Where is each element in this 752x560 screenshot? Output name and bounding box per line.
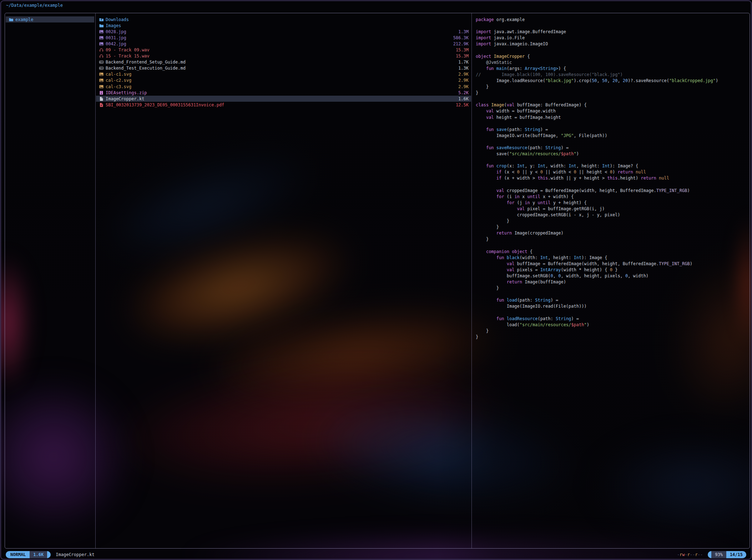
code-line: }: [476, 334, 747, 340]
file-row[interactable]: Backend_Frontend_Setup_Guide.md1.7K: [96, 59, 471, 65]
code-line: croppedImage.setRGB(i - x, j - y, pixel): [476, 212, 747, 218]
code-line: [476, 310, 747, 316]
file-row[interactable]: IDEAsettings.zip5.2K: [96, 90, 471, 96]
file-row[interactable]: SBI_0032013739_2023_DE05_0003155631Invoi…: [96, 102, 471, 108]
file-name: example: [15, 17, 34, 22]
image-icon: [99, 78, 104, 82]
file-row[interactable]: 0028.jpg1.3M: [96, 29, 471, 35]
file-row[interactable]: 15 - Track 15.wav15.3M: [96, 53, 471, 59]
code-line: class Image(val buffImage: BufferedImage…: [476, 102, 747, 108]
file-name: Backend_Frontend_Setup_Guide.md: [106, 60, 186, 65]
code-line: [476, 182, 747, 188]
file-row[interactable]: ImageCropper.kt1.6K: [96, 96, 471, 102]
code-line: Image(ImageIO.read(File(path))): [476, 303, 747, 309]
code-line: val pixels = IntArray(width * height) { …: [476, 267, 747, 273]
code-line: val buffImage = BufferedImage(width, hei…: [476, 261, 747, 267]
audio-icon: [99, 54, 104, 58]
code-line: for (j in y until y + height) {: [476, 200, 747, 206]
code-line: object ImageCropper {: [476, 54, 747, 60]
image-icon: [99, 36, 104, 40]
code-line: load("src/main/resources/$path"): [476, 322, 747, 328]
code-line: return Image(croppedImage): [476, 230, 747, 236]
code-line: fun loadResource(path: String) =: [476, 316, 747, 322]
file-row[interactable]: Images: [96, 22, 471, 29]
folder-download-icon: [99, 17, 104, 22]
code-line: [476, 139, 747, 145]
file-name: 0031.jpg: [106, 35, 126, 40]
file-row[interactable]: 0031.jpg586.3K: [96, 35, 471, 41]
image-icon: [99, 42, 104, 46]
file-row[interactable]: cal-c2.svg2.9K: [96, 77, 471, 84]
file-name: Downloads: [106, 17, 129, 22]
code-preview-pane[interactable]: package org.example import java.awt.imag…: [476, 17, 747, 340]
file-row[interactable]: 0042.jpg212.9K: [96, 41, 471, 47]
code-line: [476, 96, 747, 102]
file-name: IDEAsettings.zip: [106, 90, 147, 95]
status-filename: ImageCropper.kt: [56, 552, 94, 557]
code-line: val pixel = buffImage.getRGB(i, j): [476, 206, 747, 212]
file-row[interactable]: example: [6, 16, 94, 22]
code-line: val height = buffImage.height: [476, 115, 747, 121]
archive-icon: [99, 91, 104, 95]
code-line: [476, 47, 747, 53]
file-size: 1.7K: [458, 60, 469, 65]
file-size: 2.9K: [458, 84, 469, 89]
pane-separator-right: [471, 13, 472, 548]
code-line: [476, 242, 747, 248]
code-line: }: [476, 84, 747, 90]
file-name: Backend_Test_Execution_Guide.md: [106, 66, 186, 71]
file-row[interactable]: Backend_Test_Execution_Guide.md1.3K: [96, 65, 471, 71]
code-line: if (x + width > this.width || y + height…: [476, 175, 747, 181]
file-row[interactable]: cal-c1.svg2.9K: [96, 71, 471, 77]
image-icon: [99, 30, 104, 34]
code-line: }: [476, 328, 747, 334]
file-size: 15.3M: [456, 47, 469, 52]
code-line: fun load(path: String) =: [476, 297, 747, 303]
code-line: }: [476, 90, 747, 96]
file-size-badge: 1.6K: [30, 551, 47, 558]
code-line: }: [476, 218, 747, 224]
code-line: save("src/main/resources/$path"): [476, 151, 747, 157]
code-line: }: [476, 224, 747, 230]
code-line: [476, 121, 747, 127]
file-name: 09 - Track 09.wav: [106, 47, 150, 52]
code-line: import java.awt.image.BufferedImage: [476, 29, 747, 35]
code-line: fun main(args: Array<String>) {: [476, 66, 747, 72]
status-right-group: -rw-r--r-- 93% 14/15: [677, 551, 746, 558]
file-row[interactable]: 09 - Track 09.wav15.3M: [96, 47, 471, 53]
image-icon: [99, 85, 104, 89]
code-line: fun black(width: Int, height: Int): Imag…: [476, 255, 747, 261]
file-name: 0028.jpg: [106, 29, 126, 34]
file-row[interactable]: cal-c3.svg2.9K: [96, 84, 471, 90]
file-name: SBI_0032013739_2023_DE05_0003155631Invoi…: [106, 102, 224, 107]
file-size: 212.9K: [453, 41, 469, 46]
file-size: 1.3K: [458, 66, 469, 71]
file-name: cal-c1.svg: [106, 72, 131, 77]
code-line: import javax.imageio.ImageIO: [476, 41, 747, 47]
code-line: [476, 23, 747, 29]
image-icon: [99, 72, 104, 76]
folder-icon: [9, 17, 14, 22]
powerline-cap-icon: [47, 551, 51, 558]
code-line: Image.loadResource("black.jpg").crop(50,…: [476, 78, 747, 84]
code-line: import java.io.File: [476, 35, 747, 41]
code-line: val croppedImage = BufferedImage(width, …: [476, 188, 747, 194]
code-line: fun save(path: String) =: [476, 127, 747, 133]
markdown-icon: [99, 60, 104, 64]
markdown-icon: [99, 66, 104, 70]
file-row[interactable]: Downloads: [96, 16, 471, 22]
mode-badge: NORMAL: [6, 551, 30, 558]
file-permissions: -rw-r--r--: [677, 552, 703, 557]
pane-separator-left: [95, 13, 96, 548]
file-size: 15.3M: [456, 54, 469, 59]
powerline-cap-icon: [708, 551, 711, 558]
file-size: 2.9K: [458, 78, 469, 83]
cursor-position-badge: 14/15: [726, 551, 746, 558]
audio-icon: [99, 48, 104, 52]
code-line: val width = buffImage.width: [476, 108, 747, 114]
pdf-icon: [99, 103, 104, 107]
code-line: return Image(buffImage): [476, 279, 747, 285]
file-name: ImageCropper.kt: [106, 96, 144, 101]
code-line: if (x < 0 || y < 0 || width < 0 || heigh…: [476, 169, 747, 175]
code-line: [476, 291, 747, 297]
